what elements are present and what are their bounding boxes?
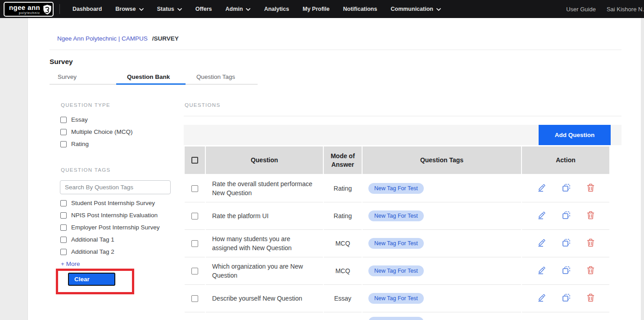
nav-item-admin[interactable]: Admin xyxy=(219,0,258,18)
filter-tag-employer-post-internship-survey[interactable]: Employer Post Internship Survey xyxy=(60,221,160,233)
checkbox[interactable] xyxy=(60,141,67,147)
questions-heading: QUESTIONS xyxy=(185,102,220,108)
question-type-heading: QUESTION TYPE xyxy=(61,102,110,108)
checkbox[interactable] xyxy=(60,129,67,135)
edit-question-button[interactable] xyxy=(537,238,546,248)
breadcrumb: Ngee Ann Polytechnic | CAMPUS /SURVEY xyxy=(57,35,179,42)
question-tag-pill: New Tag For Test xyxy=(368,317,424,320)
question-cell: How many students you are assigned with … xyxy=(206,230,323,257)
scrollbar[interactable] xyxy=(641,18,644,320)
delete-question-button[interactable] xyxy=(587,293,594,303)
delete-question-button[interactable] xyxy=(587,183,594,193)
filter-type-rating[interactable]: Rating xyxy=(60,138,133,150)
copy-icon xyxy=(562,293,571,303)
mode-cell xyxy=(324,312,362,320)
action-cell xyxy=(522,257,609,285)
tab-question-bank[interactable]: Question Bank xyxy=(119,70,188,84)
tab-question-tags[interactable]: Question Tags xyxy=(188,70,258,84)
trash-icon xyxy=(587,183,594,193)
select-all-checkbox[interactable] xyxy=(191,157,198,164)
nav-item-browse[interactable]: Browse xyxy=(109,0,150,18)
nav-item-status[interactable]: Status xyxy=(150,0,189,18)
nav-item-communication[interactable]: Communication xyxy=(384,0,447,18)
nav-item-notifications[interactable]: Notifications xyxy=(336,0,384,18)
filter-type-multiple-choice-mcq[interactable]: Multiple Choice (MCQ) xyxy=(60,126,133,138)
checkbox[interactable] xyxy=(60,117,67,123)
filter-tag-student-post-internship-survey[interactable]: Student Post Internship Survey xyxy=(60,197,160,209)
shield-icon xyxy=(43,4,52,17)
app-logo[interactable]: ngee ann polytechnic xyxy=(4,2,54,17)
tab-survey[interactable]: Survey xyxy=(50,70,119,84)
mode-cell: MCQ xyxy=(324,257,362,285)
copy-question-button[interactable] xyxy=(562,211,571,221)
checkbox[interactable] xyxy=(60,212,67,219)
questions-divider xyxy=(184,116,621,116)
filter-type-essay[interactable]: Essay xyxy=(60,114,133,126)
checkbox[interactable] xyxy=(60,249,67,255)
copy-question-button[interactable] xyxy=(562,293,571,303)
row-checkbox[interactable] xyxy=(191,213,198,219)
row-checkbox[interactable] xyxy=(191,240,198,247)
pencil-icon xyxy=(537,211,546,221)
row-checkbox[interactable] xyxy=(191,185,198,192)
checkbox[interactable] xyxy=(60,200,67,206)
tags-cell: New Tag For Test xyxy=(363,175,521,202)
nav-item-my-profile[interactable]: My Profile xyxy=(296,0,336,18)
copy-question-button[interactable] xyxy=(562,266,571,276)
copy-question-button[interactable] xyxy=(562,238,571,248)
copy-question-button[interactable] xyxy=(562,183,571,193)
tags-cell: New Tag For Test xyxy=(363,285,521,312)
question-type-options: Essay Multiple Choice (MCQ) Rating xyxy=(60,114,133,150)
left-gutter xyxy=(0,18,28,320)
filter-tag-additional-tag-1[interactable]: Additional Tag 1 xyxy=(60,233,160,246)
pencil-icon xyxy=(537,293,546,303)
checkbox[interactable] xyxy=(60,224,67,231)
clear-filters-button[interactable]: Clear xyxy=(68,273,115,286)
mode-cell: Rating xyxy=(324,202,362,230)
pencil-icon xyxy=(537,238,546,248)
copy-icon xyxy=(562,238,571,248)
user-guide-link[interactable]: User Guide xyxy=(566,6,596,13)
column-question-tags: Question Tags xyxy=(363,146,521,174)
add-question-button[interactable]: Add Question xyxy=(539,125,611,145)
more-tags-link[interactable]: + More xyxy=(61,261,80,267)
nav-item-dashboard[interactable]: Dashboard xyxy=(66,0,109,18)
tags-cell: New Tag For Test xyxy=(363,312,521,320)
edit-question-button[interactable] xyxy=(537,211,546,221)
trash-icon xyxy=(587,238,594,248)
row-checkbox-cell xyxy=(185,285,205,312)
action-cell xyxy=(522,312,609,320)
chevron-down-icon xyxy=(177,6,182,12)
row-checkbox[interactable] xyxy=(191,295,198,302)
delete-question-button[interactable] xyxy=(587,211,594,221)
edit-question-button[interactable] xyxy=(537,293,546,303)
row-checkbox-cell xyxy=(185,257,205,285)
select-all-cell xyxy=(185,146,205,174)
question-cell: Which organization you are New Question xyxy=(206,257,323,285)
delete-question-button[interactable] xyxy=(587,238,594,248)
question-tag-pill: New Tag For Test xyxy=(368,238,424,249)
question-cell: Describe yourself New Question xyxy=(206,285,323,312)
filter-tag-npis-post-internship-evaluation[interactable]: NPIS Post Internship Evaluation xyxy=(60,209,160,221)
edit-question-button[interactable] xyxy=(537,266,546,276)
tag-search-input[interactable] xyxy=(60,180,171,194)
question-tags-heading: QUESTION TAGS xyxy=(61,167,110,173)
copy-icon xyxy=(562,266,571,276)
row-checkbox-cell xyxy=(185,312,205,320)
mode-cell: Rating xyxy=(324,175,362,202)
tags-cell: New Tag For Test xyxy=(363,257,521,285)
chevron-down-icon xyxy=(436,6,441,12)
breadcrumb-org-link[interactable]: Ngee Ann Polytechnic | CAMPUS xyxy=(57,35,148,42)
table-body: Rate the overall student performace New … xyxy=(185,175,609,320)
user-menu[interactable]: Sai Kishore N. xyxy=(607,6,644,13)
filter-tag-additional-tag-2[interactable]: Additional Tag 2 xyxy=(60,246,160,258)
nav-item-analytics[interactable]: Analytics xyxy=(257,0,296,18)
table-header: Question Mode of Answer Question Tags Ac… xyxy=(185,146,609,174)
delete-question-button[interactable] xyxy=(587,266,594,276)
edit-question-button[interactable] xyxy=(537,183,546,193)
question-tag-pill: New Tag For Test xyxy=(368,293,424,304)
nav-item-offers[interactable]: Offers xyxy=(189,0,219,18)
chevron-down-icon xyxy=(246,6,250,12)
row-checkbox[interactable] xyxy=(191,268,198,274)
checkbox[interactable] xyxy=(60,237,67,243)
